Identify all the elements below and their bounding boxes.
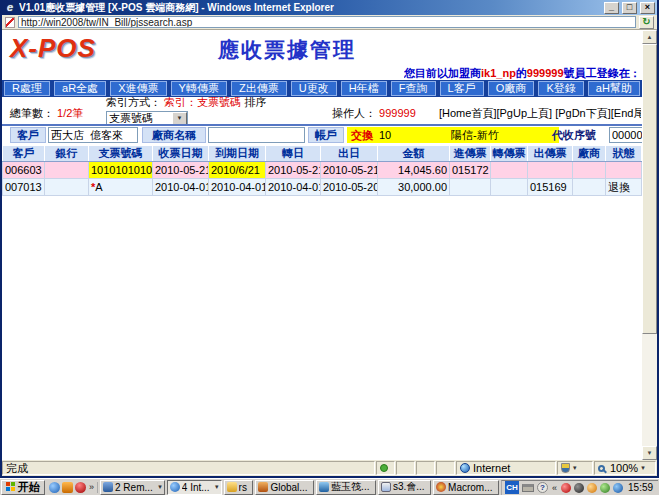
cell-check-no: 1010101010 <box>89 162 153 179</box>
quick-launch-overflow-icon[interactable]: » <box>88 482 95 492</box>
col-out-voucher: 出傳票 <box>528 146 573 162</box>
task-label: Macrom... <box>448 482 496 493</box>
menu-transfer-voucher-button[interactable]: Y轉傳票 <box>171 81 227 96</box>
windows-flag-icon <box>6 482 16 492</box>
quick-launch-qq-icon[interactable] <box>75 482 86 493</box>
start-button[interactable]: 开始 <box>1 480 45 495</box>
status-text: 完成 <box>2 461 375 475</box>
cell-amount: 30,000.00 <box>378 179 450 196</box>
tray-app-icon[interactable] <box>561 483 571 493</box>
col-vendor: 廠商 <box>573 146 606 162</box>
tray-qq-icon[interactable] <box>574 483 584 493</box>
quick-launch-ie-icon[interactable] <box>49 482 60 493</box>
menu-help-button[interactable]: aH幫助 <box>588 81 640 96</box>
menu-login-button[interactable]: K登錄 <box>538 81 583 96</box>
ie-icon <box>170 482 180 492</box>
cell-transfer-voucher <box>491 179 528 196</box>
protected-mode-pane[interactable]: ▾ <box>557 461 593 475</box>
menu-query-button[interactable]: F查詢 <box>391 81 436 96</box>
scroll-up-icon[interactable]: ▲ <box>642 30 657 44</box>
maximize-button[interactable]: □ <box>622 2 637 14</box>
status-pane <box>436 461 455 475</box>
cell-vendor <box>573 179 606 196</box>
app-icon <box>258 482 268 492</box>
task-button-macromedia[interactable]: Macrom... <box>433 480 499 495</box>
status-green-icon <box>380 464 388 472</box>
zone-label: Internet <box>473 462 510 474</box>
menu-all-process-button[interactable]: aR全處 <box>54 81 106 96</box>
cell-receive-date: 2010-05-21 <box>153 162 209 179</box>
task-button-remote[interactable]: 2 Rem... ▾ <box>100 480 165 495</box>
task-label: s3.會... <box>393 480 428 494</box>
tray-app-icon[interactable] <box>600 483 610 493</box>
tray-app-icon[interactable] <box>587 483 597 493</box>
cell-due-date: 2010/6/21 <box>209 162 266 179</box>
zoom-control[interactable]: 100% ▾ <box>594 461 656 475</box>
total-count-label: 總筆數： <box>10 107 54 119</box>
zoom-level: 100% <box>610 462 638 474</box>
help-icon[interactable]: ? <box>537 482 548 493</box>
vertical-scrollbar[interactable]: ▲ ▼ <box>642 30 657 460</box>
chevron-down-icon: ▾ <box>641 464 645 472</box>
refresh-go-button[interactable]: ↻ <box>639 16 654 29</box>
task-button-document[interactable]: s3.會... <box>378 480 431 495</box>
index-mode-line: 索引方式： 索引：支票號碼 排序 <box>106 95 266 110</box>
desktop-screen: e V1.01應收票據管理 [X-POS 雲端商務網] - Windows In… <box>0 0 659 495</box>
language-indicator[interactable]: CH <box>505 481 519 494</box>
total-count-value: 1/2筆 <box>57 107 83 119</box>
menu-customer-button[interactable]: L客戶 <box>440 81 484 96</box>
cell-out-voucher: 015169 <box>528 179 573 196</box>
login-message: 您目前以加盟商ik1_np的999999號員工登錄在： 應收票據管理 <box>404 66 642 81</box>
ie-icon: e <box>4 2 16 13</box>
vendor-name-input[interactable] <box>208 127 305 143</box>
filter-bar: 客戶 廠商名稱 帳戶 交換 10 陽信-新竹 代收序號 <box>2 124 642 145</box>
status-pane <box>376 461 395 475</box>
account-label: 帳戶 <box>308 127 344 143</box>
task-button-internet[interactable]: 4 Int... ▾ <box>167 480 222 495</box>
task-button-folder[interactable]: rs <box>224 480 254 495</box>
login-line: 您目前以加盟商ik1_np的999999號員工登錄在： 應收票據管理 <box>2 66 642 80</box>
status-pane <box>396 461 415 475</box>
login-part1: 您目前以加盟商 <box>404 67 481 79</box>
exchange-label: 交換 <box>347 128 379 143</box>
table-row[interactable]: 006603 1010101010 2010-05-21 2010/6/21 2… <box>3 162 642 179</box>
shield-icon <box>561 463 570 473</box>
scrollbar-thumb[interactable] <box>642 44 657 334</box>
close-button[interactable]: × <box>640 2 655 14</box>
tray-collapse-icon[interactable]: « <box>551 483 558 493</box>
quick-launch: » <box>47 482 98 493</box>
cell-bank <box>45 162 89 179</box>
printer-icon[interactable] <box>522 484 534 492</box>
index-mode-label: 索引方式： <box>106 96 161 108</box>
menu-in-voucher-button[interactable]: X進傳票 <box>110 81 166 96</box>
table-row[interactable]: 007013 *A 2010-04-01 2010-04-01 2010-04-… <box>3 179 642 196</box>
tray-network-icon[interactable] <box>613 483 623 493</box>
menu-out-voucher-button[interactable]: Z出傳票 <box>231 81 287 96</box>
scroll-down-icon[interactable]: ▼ <box>642 446 657 460</box>
address-input[interactable] <box>18 16 636 28</box>
address-bar: ↻ <box>2 15 657 30</box>
menu-year-file-button[interactable]: H年檔 <box>341 81 387 96</box>
task-label: 2 Rem... <box>115 482 156 493</box>
cell-out-date: 2010-05-21 <box>321 162 378 179</box>
index-mode-value: 索引：支票號碼 <box>164 96 241 108</box>
scrollbar-track[interactable] <box>642 334 657 446</box>
menu-modify-button[interactable]: U更改 <box>291 81 337 96</box>
menu-process-button[interactable]: R處理 <box>4 81 50 96</box>
collect-serial-label: 代收序號 <box>552 128 596 143</box>
minimize-button[interactable]: _ <box>604 2 619 14</box>
chevron-down-icon: ▾ <box>158 483 162 491</box>
quick-launch-app-icon[interactable] <box>62 482 73 493</box>
task-button-app[interactable]: 藍玉筏... <box>316 480 376 495</box>
menu-vendor-button[interactable]: O廠商 <box>488 81 535 96</box>
task-label: 4 Int... <box>182 482 213 493</box>
col-customer: 客戶 <box>3 146 45 162</box>
collect-serial-input[interactable] <box>609 127 642 143</box>
col-in-voucher: 進傳票 <box>450 146 491 162</box>
task-button-global[interactable]: Global... <box>255 480 314 495</box>
status-bar: 完成 Internet ▾ 100% ▾ <box>2 460 657 476</box>
customer-input[interactable] <box>48 127 138 143</box>
cell-customer: 007013 <box>3 179 45 196</box>
customer-label: 客戶 <box>10 127 46 143</box>
browser-window: e V1.01應收票據管理 [X-POS 雲端商務網] - Windows In… <box>0 0 659 478</box>
